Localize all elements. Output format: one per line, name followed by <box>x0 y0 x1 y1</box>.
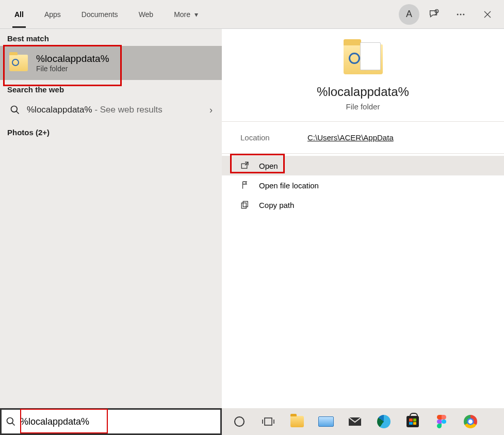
windows-search-box[interactable] <box>0 408 222 435</box>
search-input[interactable] <box>20 416 220 427</box>
location-row: Location C:\Users\ACER\AppData <box>222 122 504 154</box>
taskbar <box>222 408 504 435</box>
task-view-icon[interactable] <box>260 413 277 430</box>
search-web-text: %localappdata% - See web results <box>27 105 162 115</box>
best-match-text: %localappdata% File folder <box>36 53 109 73</box>
action-copy-path[interactable]: Copy path <box>222 195 504 215</box>
folder-icon <box>9 55 28 71</box>
action-open-file-location[interactable]: Open file location <box>222 175 504 195</box>
search-web-suffix: - See web results <box>92 105 162 115</box>
taskbar-row <box>0 408 504 435</box>
svg-point-1 <box>457 13 459 15</box>
search-web-query: %localappdata% <box>27 105 92 115</box>
action-open-label: Open <box>259 162 278 170</box>
svg-point-2 <box>460 13 462 15</box>
location-path-link[interactable]: C:\Users\ACER\AppData <box>307 133 394 142</box>
results-list: Best match %localappdata% File folder Se… <box>0 29 222 408</box>
tab-apps[interactable]: Apps <box>36 7 69 22</box>
action-open-file-location-label: Open file location <box>259 181 319 190</box>
more-options-icon[interactable] <box>448 2 473 27</box>
cortana-icon[interactable] <box>231 413 248 430</box>
tab-more[interactable]: More ▾ <box>166 7 206 22</box>
search-icon <box>2 416 20 427</box>
edge-browser-icon[interactable] <box>376 413 392 430</box>
tab-web[interactable]: Web <box>131 7 162 22</box>
search-results-area: Best match %localappdata% File folder Se… <box>0 29 504 408</box>
open-icon <box>240 161 250 170</box>
best-match-header: Best match <box>0 29 222 46</box>
copy-icon <box>240 200 250 210</box>
chevron-down-icon: ▾ <box>194 10 198 19</box>
search-scope-tabbar: All Apps Documents Web More ▾ A <box>0 0 504 29</box>
svg-rect-7 <box>241 203 246 208</box>
tab-documents[interactable]: Documents <box>73 7 126 22</box>
svg-point-4 <box>11 106 18 112</box>
preview-title: %localappdata% <box>317 85 409 99</box>
tab-more-label: More <box>174 10 190 19</box>
folder-location-icon <box>240 181 250 190</box>
result-preview-pane: %localappdata% File folder Location C:\U… <box>222 29 504 408</box>
chrome-browser-icon[interactable] <box>462 413 479 430</box>
microsoft-store-icon[interactable] <box>404 413 421 430</box>
tab-all[interactable]: All <box>6 7 32 22</box>
preview-header: %localappdata% File folder <box>222 39 504 122</box>
best-match-result[interactable]: %localappdata% File folder <box>0 46 222 80</box>
file-explorer-icon[interactable] <box>289 413 305 430</box>
search-icon <box>9 104 21 116</box>
svg-point-3 <box>463 13 464 15</box>
close-icon[interactable] <box>475 2 500 27</box>
action-copy-path-label: Copy path <box>259 201 294 210</box>
action-open[interactable]: Open <box>222 156 504 175</box>
photos-header[interactable]: Photos (2+) <box>0 123 222 140</box>
user-avatar[interactable]: A <box>399 4 419 25</box>
svg-point-8 <box>7 418 13 424</box>
search-web-result[interactable]: %localappdata% - See web results › <box>0 97 222 123</box>
chevron-right-icon: › <box>209 105 213 116</box>
folder-icon <box>344 44 383 74</box>
feedback-icon[interactable] <box>421 2 446 27</box>
best-match-title: %localappdata% <box>36 53 109 65</box>
best-match-subtitle: File folder <box>36 65 109 73</box>
on-screen-keyboard-icon[interactable] <box>318 413 334 430</box>
preview-subtitle: File folder <box>346 102 380 111</box>
mail-icon[interactable] <box>347 413 363 430</box>
location-label: Location <box>240 133 307 142</box>
preview-actions: Open Open file location Co <box>222 156 504 215</box>
svg-point-9 <box>235 417 244 426</box>
svg-rect-6 <box>243 201 248 207</box>
topbar-right-controls: A <box>399 2 500 27</box>
search-web-header: Search the web <box>0 80 222 97</box>
figma-icon[interactable] <box>433 413 450 430</box>
svg-rect-10 <box>265 418 272 425</box>
